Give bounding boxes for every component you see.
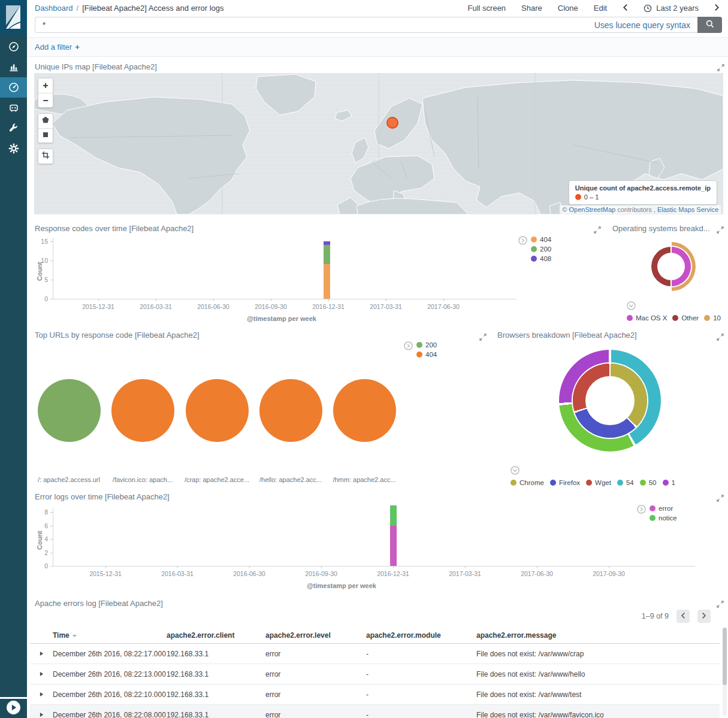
legend-collapse-icon[interactable] [510, 466, 519, 475]
full-screen-button[interactable]: Full screen [468, 4, 506, 13]
table-row[interactable]: December 26th 2016, 08:22:10.000192.168.… [30, 684, 720, 705]
expand-row-icon[interactable] [40, 690, 44, 699]
x-axis-tick [271, 299, 271, 301]
sidebar-item-dev-tools[interactable] [0, 118, 27, 138]
cell-client: 192.168.33.1 [167, 670, 209, 678]
pie-chart-/hello[interactable] [259, 379, 322, 442]
legend-item-50[interactable]: 50 [640, 479, 657, 486]
legend-item-1[interactable]: 1 [663, 479, 675, 486]
legend-dot [550, 480, 556, 486]
sidebar-item-dashboard[interactable] [0, 77, 27, 98]
map-zoom-out-button[interactable]: − [38, 93, 53, 107]
expand-panel-icon[interactable] [717, 63, 724, 70]
legend-item-Firefox[interactable]: Firefox [550, 479, 580, 486]
map-marker-dot[interactable] [386, 117, 398, 129]
legend-collapse-icon[interactable] [637, 505, 646, 514]
table-row[interactable]: December 26th 2016, 08:22:17.000192.168.… [30, 644, 720, 664]
legend-collapse-icon[interactable] [404, 341, 413, 350]
column-header-message[interactable]: apache2.error.message [476, 631, 556, 640]
map-controls: +− [38, 78, 53, 164]
legend-item-200[interactable]: 200 [416, 341, 437, 349]
bar-segment-404[interactable] [324, 264, 330, 299]
add-filter-button[interactable]: Add a filter [35, 43, 72, 51]
x-axis-tick-label: 2016-03-31 [129, 303, 183, 310]
os-breakdown-donut-chart: Mac OS XOther10 [605, 222, 728, 328]
legend-item-404[interactable]: 404 [531, 236, 551, 243]
bar-segment-error[interactable] [390, 526, 397, 566]
bar-segment-200[interactable] [324, 245, 330, 264]
donut-hole [587, 377, 633, 424]
column-header-level[interactable]: apache2.error.level [265, 631, 331, 640]
legend-item-Other[interactable]: Other [672, 314, 699, 322]
table-pagination: 1–9 of 9 [642, 610, 711, 623]
expand-row-icon[interactable] [40, 711, 44, 718]
cell-message: File does not exist: /var/www/hello [476, 670, 585, 678]
legend-item-error[interactable]: error [650, 505, 677, 512]
world-map[interactable]: +− Unique count of apache2.access.remote… [34, 73, 723, 214]
sidebar-item-timelion[interactable] [0, 98, 27, 118]
expand-panel-icon[interactable] [717, 599, 724, 607]
legend-item-notice[interactable]: notice [650, 514, 677, 522]
search-icon [705, 19, 715, 31]
map-draw-polygon-button[interactable] [38, 114, 53, 128]
legend-collapse-icon[interactable] [627, 301, 636, 310]
sidebar-item-visualize[interactable] [0, 57, 27, 77]
pagination-next-button[interactable] [697, 610, 711, 623]
map-crop-button[interactable] [38, 149, 53, 163]
bar-segment-408[interactable] [324, 241, 330, 245]
legend-item-10[interactable]: 10 [704, 314, 721, 322]
pie-chart-/favicon.ico[interactable] [111, 379, 174, 442]
sidebar-collapse-toggle-button[interactable] [6, 700, 21, 715]
time-range-label: Last 2 years [656, 4, 699, 13]
legend-item-408[interactable]: 408 [531, 255, 551, 262]
search-query-input[interactable]: * Uses lucene query syntax [35, 17, 697, 33]
column-header-client[interactable]: apache2.error.client [167, 631, 234, 640]
pie-chart-/crap[interactable] [186, 379, 249, 442]
legend-item-Chrome[interactable]: Chrome [510, 479, 544, 486]
column-header-module[interactable]: apache2.error.module [366, 631, 441, 640]
plus-icon[interactable]: + [75, 43, 80, 51]
time-picker-button[interactable]: Last 2 years [644, 4, 699, 13]
map-control-group [38, 149, 53, 164]
legend-collapse-icon[interactable] [518, 236, 527, 245]
expand-row-icon[interactable] [40, 650, 44, 658]
x-axis-tick-label: 2016-09-30 [294, 570, 348, 577]
legend-item-200[interactable]: 200 [531, 246, 551, 253]
legend-item-404[interactable]: 404 [416, 351, 437, 358]
map-zoom-in-button[interactable]: + [38, 78, 53, 93]
legend-item-Mac OS X[interactable]: Mac OS X [627, 314, 667, 322]
lucene-syntax-link[interactable]: Uses lucene query syntax [594, 20, 690, 30]
elastic-maps-service-link[interactable]: Elastic Maps Service [657, 206, 718, 213]
kibana-logo[interactable] [0, 0, 27, 34]
sidebar-item-management[interactable] [0, 138, 27, 159]
x-axis-tick [321, 566, 322, 568]
panel-browsers-breakdown: Browsers breakdown [Filebeat Apache2] Ch… [491, 328, 728, 490]
legend-item-Wget[interactable]: Wget [586, 479, 611, 486]
cell-level: error [265, 711, 280, 718]
attribution-text: contributors , [617, 206, 655, 213]
clone-button[interactable]: Clone [558, 4, 578, 13]
time-forward-button[interactable] [714, 4, 720, 13]
table-row[interactable]: December 26th 2016, 08:22:13.000192.168.… [30, 664, 720, 684]
table-scrollbar-thumb[interactable] [723, 628, 727, 685]
table-row[interactable]: December 26th 2016, 08:22:08.000192.168.… [30, 705, 720, 718]
openstreetmap-link[interactable]: OpenStreetMap [569, 206, 616, 213]
pie-chart-/[interactable] [38, 379, 101, 442]
table-scrollbar-track[interactable] [723, 628, 727, 716]
search-submit-button[interactable] [697, 17, 722, 33]
bar-segment-notice[interactable] [390, 505, 397, 526]
time-back-button[interactable] [623, 4, 628, 13]
edit-button[interactable]: Edit [594, 4, 607, 13]
pie-chart-/hmm[interactable] [333, 379, 396, 442]
expand-row-icon[interactable] [40, 670, 44, 678]
y-axis-tick-label: 6 [28, 522, 48, 529]
legend-item-54[interactable]: 54 [617, 479, 634, 486]
pagination-prev-button[interactable] [676, 610, 690, 623]
share-button[interactable]: Share [521, 4, 542, 13]
breadcrumb-dashboard-link[interactable]: Dashboard [35, 4, 73, 13]
column-header-time[interactable]: Time [53, 631, 77, 640]
sidebar-item-discover[interactable] [0, 37, 27, 57]
draw-rectangle-icon [41, 131, 50, 141]
map-draw-rectangle-button[interactable] [38, 128, 53, 143]
sidebar-divider [0, 697, 27, 699]
